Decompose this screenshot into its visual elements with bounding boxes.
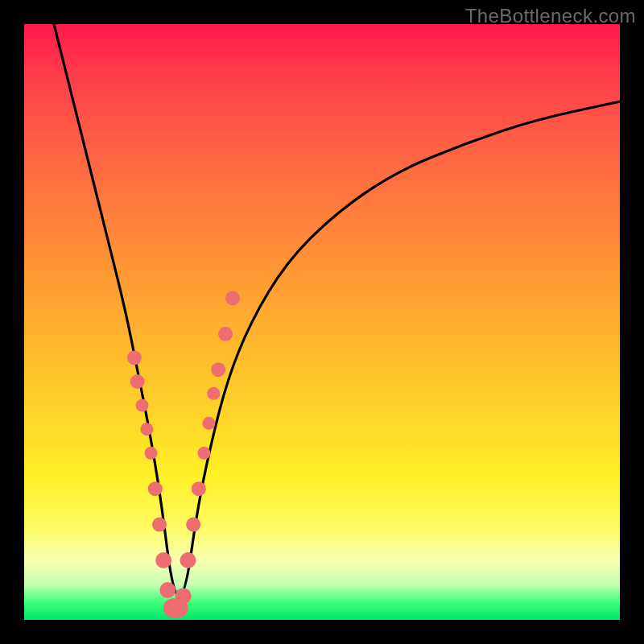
marker-dot bbox=[140, 423, 153, 436]
marker-dot bbox=[152, 518, 167, 532]
marker-dot bbox=[225, 291, 240, 305]
highlight-markers bbox=[127, 291, 240, 617]
outer-frame: TheBottleneck.com bbox=[0, 0, 644, 644]
bottleneck-curve bbox=[54, 24, 620, 596]
marker-dot bbox=[127, 350, 142, 365]
chart-svg bbox=[24, 24, 620, 620]
marker-dot bbox=[155, 552, 171, 568]
marker-dot bbox=[192, 481, 206, 496]
marker-dot bbox=[175, 588, 192, 604]
marker-dot bbox=[211, 362, 225, 377]
marker-dot bbox=[218, 327, 233, 341]
marker-dot bbox=[136, 399, 149, 412]
marker-dot bbox=[180, 552, 196, 568]
marker-dot bbox=[159, 582, 175, 598]
marker-dot bbox=[145, 447, 158, 460]
marker-dot bbox=[148, 481, 163, 496]
plot-area bbox=[24, 24, 620, 620]
marker-dot bbox=[202, 417, 215, 430]
marker-dot bbox=[186, 518, 200, 532]
marker-dot bbox=[198, 447, 211, 460]
marker-dot bbox=[207, 387, 220, 400]
marker-dot bbox=[130, 374, 145, 389]
